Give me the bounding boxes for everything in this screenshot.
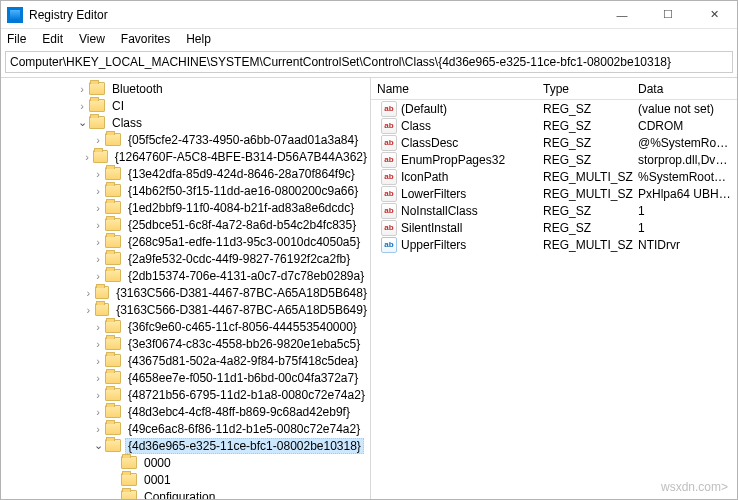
tree-item[interactable]: ⌄{4d36e965-e325-11ce-bfc1-08002be10318} [3, 437, 370, 454]
chevron-right-icon[interactable]: › [91, 218, 105, 232]
tree-item-label: 0000 [141, 456, 174, 470]
chevron-right-icon[interactable]: › [91, 354, 105, 368]
tree-item[interactable]: ›{2a9fe532-0cdc-44f9-9827-76192f2ca2fb} [3, 250, 370, 267]
tree-item-label: {268c95a1-edfe-11d3-95c3-0010dc4050a5} [125, 235, 363, 249]
tree-item-label: {48d3ebc4-4cf8-48ff-b869-9c68ad42eb9f} [125, 405, 353, 419]
tree-item[interactable]: ›{25dbce51-6c8f-4a72-8a6d-b54c2b4fc835} [3, 216, 370, 233]
menu-favorites[interactable]: Favorites [119, 31, 172, 47]
tree-item[interactable]: ›{2db15374-706e-4131-a0c7-d7c78eb0289a} [3, 267, 370, 284]
tree-item-label: {1264760F-A5C8-4BFE-B314-D56A7B44A362} [112, 150, 370, 164]
titlebar[interactable]: Registry Editor — ☐ ✕ [1, 1, 737, 29]
tree-item-label: {3e3f0674-c83c-4558-bb26-9820e1eba5c5} [125, 337, 363, 351]
close-button[interactable]: ✕ [691, 1, 737, 29]
chevron-right-icon[interactable]: › [91, 337, 105, 351]
tree-item[interactable]: ›{268c95a1-edfe-11d3-95c3-0010dc4050a5} [3, 233, 370, 250]
tree-item-label: {2db15374-706e-4131-a0c7-d7c78eb0289a} [125, 269, 367, 283]
tree-item[interactable]: ›{4658ee7e-f050-11d1-b6bd-00c04fa372a7} [3, 369, 370, 386]
folder-icon [105, 133, 121, 146]
tree-item[interactable]: ›{48721b56-6795-11d2-b1a8-0080c72e74a2} [3, 386, 370, 403]
chevron-right-icon[interactable]: › [81, 150, 93, 164]
value-row[interactable]: NoInstallClassREG_SZ1 [371, 202, 737, 219]
value-type: REG_SZ [543, 102, 638, 116]
tree-item[interactable]: ›{43675d81-502a-4a82-9f84-b75f418c5dea} [3, 352, 370, 369]
folder-icon [95, 303, 110, 316]
menu-edit[interactable]: Edit [40, 31, 65, 47]
chevron-right-icon[interactable]: › [91, 184, 105, 198]
tree-item[interactable]: ›{3163C566-D381-4467-87BC-A65A18D5B649} [3, 301, 370, 318]
value-type: REG_SZ [543, 119, 638, 133]
menu-file[interactable]: File [5, 31, 28, 47]
tree-item[interactable]: ›{3e3f0674-c83c-4558-bb26-9820e1eba5c5} [3, 335, 370, 352]
tree-item[interactable]: ›{05f5cfe2-4733-4950-a6bb-07aad01a3a84} [3, 131, 370, 148]
value-row[interactable]: LowerFiltersREG_MULTI_SZPxHlpa64 UBHelpe… [371, 185, 737, 202]
tree-item[interactable]: ⌄Class [3, 114, 370, 131]
folder-icon [105, 235, 121, 248]
value-row[interactable]: (Default)REG_SZ(value not set) [371, 100, 737, 117]
maximize-button[interactable]: ☐ [645, 1, 691, 29]
value-row[interactable]: ClassREG_SZCDROM [371, 117, 737, 134]
value-name: IconPath [401, 170, 448, 184]
col-header-type[interactable]: Type [543, 82, 638, 96]
value-data: NTIDrvr [638, 238, 737, 252]
value-row[interactable]: SilentInstallREG_SZ1 [371, 219, 737, 236]
tree-item-label: Bluetooth [109, 82, 166, 96]
tree-item-label: Class [109, 116, 145, 130]
chevron-right-icon[interactable]: › [91, 422, 105, 436]
chevron-right-icon[interactable]: › [91, 201, 105, 215]
details-header[interactable]: Name Type Data [371, 78, 737, 100]
chevron-right-icon[interactable]: › [75, 99, 89, 113]
tree-view[interactable]: ›Bluetooth›CI⌄Class›{05f5cfe2-4733-4950-… [1, 78, 371, 499]
tree-item-label: {49ce6ac8-6f86-11d2-b1e5-0080c72e74a2} [125, 422, 363, 436]
chevron-right-icon[interactable]: › [91, 167, 105, 181]
tree-item[interactable]: ›{1ed2bbf9-11f0-4084-b21f-ad83a8e6dcdc} [3, 199, 370, 216]
folder-icon [89, 99, 105, 112]
value-row[interactable]: UpperFiltersREG_MULTI_SZNTIDrvr [371, 236, 737, 253]
chevron-right-icon[interactable]: › [91, 269, 105, 283]
chevron-down-icon[interactable]: ⌄ [75, 116, 89, 130]
string-value-icon [381, 118, 397, 134]
folder-icon [105, 167, 121, 180]
tree-item[interactable]: ›{48d3ebc4-4cf8-48ff-b869-9c68ad42eb9f} [3, 403, 370, 420]
value-type: REG_MULTI_SZ [543, 238, 638, 252]
tree-item[interactable]: ›{36fc9e60-c465-11cf-8056-444553540000} [3, 318, 370, 335]
menu-view[interactable]: View [77, 31, 107, 47]
tree-item[interactable]: 0000 [3, 454, 370, 471]
value-row[interactable]: ClassDescREG_SZ@%SystemRoot%\System32\..… [371, 134, 737, 151]
chevron-right-icon[interactable]: › [91, 133, 105, 147]
value-row[interactable]: EnumPropPages32REG_SZstorprop.dll,DvdPro… [371, 151, 737, 168]
tree-item-label: {1ed2bbf9-11f0-4084-b21f-ad83a8e6dcdc} [125, 201, 357, 215]
chevron-right-icon[interactable]: › [82, 303, 95, 317]
minimize-button[interactable]: — [599, 1, 645, 29]
value-type: REG_MULTI_SZ [543, 187, 638, 201]
address-bar[interactable]: Computer\HKEY_LOCAL_MACHINE\SYSTEM\Curre… [5, 51, 733, 73]
tree-item[interactable]: 0001 [3, 471, 370, 488]
tree-item[interactable]: ›{13e42dfa-85d9-424d-8646-28a70f864f9c} [3, 165, 370, 182]
tree-item[interactable]: ›{3163C566-D381-4467-87BC-A65A18D5B648} [3, 284, 370, 301]
col-header-name[interactable]: Name [371, 82, 543, 96]
chevron-right-icon[interactable]: › [91, 388, 105, 402]
col-header-data[interactable]: Data [638, 82, 737, 96]
chevron-right-icon[interactable]: › [91, 252, 105, 266]
chevron-right-icon[interactable]: › [91, 371, 105, 385]
twisty-none-icon [107, 490, 121, 500]
details-list[interactable]: Name Type Data (Default)REG_SZ(value not… [371, 78, 737, 499]
menu-help[interactable]: Help [184, 31, 213, 47]
chevron-right-icon[interactable]: › [82, 286, 95, 300]
window: Registry Editor — ☐ ✕ File Edit View Fav… [0, 0, 738, 500]
chevron-down-icon[interactable]: ⌄ [91, 439, 105, 453]
tree-item[interactable]: Configuration [3, 488, 370, 499]
tree-item[interactable]: ›{49ce6ac8-6f86-11d2-b1e5-0080c72e74a2} [3, 420, 370, 437]
chevron-right-icon[interactable]: › [75, 82, 89, 96]
string-value-icon [381, 169, 397, 185]
folder-icon [93, 150, 107, 163]
chevron-right-icon[interactable]: › [91, 235, 105, 249]
tree-item[interactable]: ›CI [3, 97, 370, 114]
value-name: LowerFilters [401, 187, 466, 201]
chevron-right-icon[interactable]: › [91, 320, 105, 334]
value-row[interactable]: IconPathREG_MULTI_SZ%SystemRoot%\System3… [371, 168, 737, 185]
tree-item[interactable]: ›Bluetooth [3, 80, 370, 97]
tree-item[interactable]: ›{1264760F-A5C8-4BFE-B314-D56A7B44A362} [3, 148, 370, 165]
chevron-right-icon[interactable]: › [91, 405, 105, 419]
value-data: (value not set) [638, 102, 737, 116]
tree-item[interactable]: ›{14b62f50-3f15-11dd-ae16-0800200c9a66} [3, 182, 370, 199]
